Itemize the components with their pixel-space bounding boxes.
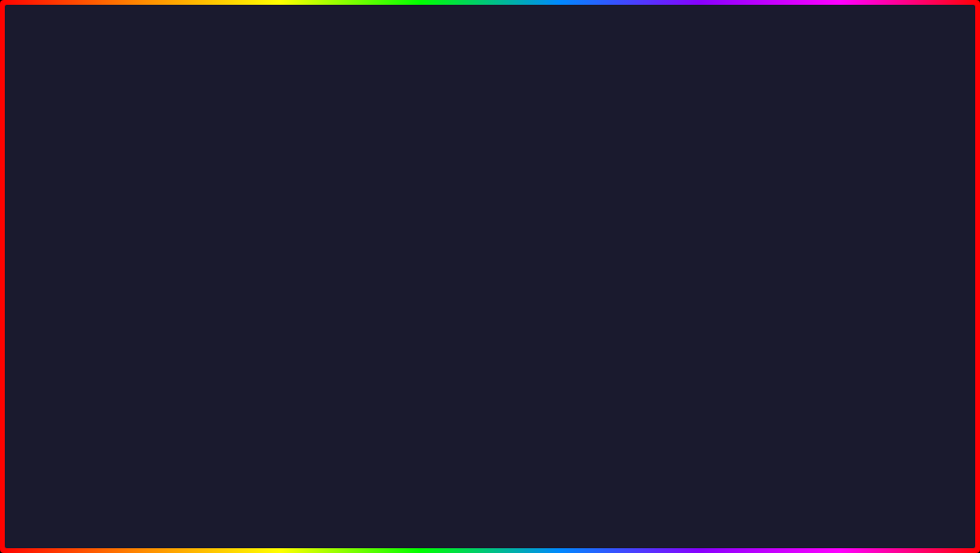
quest-sea-event-label: Quest Sea Event <box>523 281 755 293</box>
quest-sea-event-checkbox[interactable]: ✓ <box>755 280 768 294</box>
card-electric-icon-area <box>40 176 122 274</box>
f-setting-icon: ⚙ <box>418 275 427 285</box>
speed-bar-fill <box>523 341 582 356</box>
hub-front-body: ⚙ Developer ≡ Main ⚙ Setting ◈ Item ✦ <box>409 222 778 421</box>
logo-blox2: X <box>811 468 829 498</box>
front-sidebar-setting[interactable]: ⚙ Setting <box>409 269 514 290</box>
front-sidebar-teleport[interactable]: ✦ Teleport <box>409 311 514 332</box>
svg-point-14 <box>880 229 886 234</box>
svg-point-1 <box>698 115 774 201</box>
card-mutant-name: Mutant Tooth <box>49 446 115 457</box>
script-pastebin-text: SCRIPT PASTEBIN <box>501 486 752 516</box>
f-sky-icon: ☁ <box>418 401 428 411</box>
logo-ox: ⊕ <box>785 468 807 498</box>
sidebar-developer-label: Developer <box>326 176 374 188</box>
android-check: ✓ <box>165 333 186 363</box>
svg-rect-7 <box>77 199 86 205</box>
sidebar-teleport[interactable]: ✦ Teleport <box>303 255 409 276</box>
sidebar-race-v4[interactable]: ◆ Race V4 <box>303 319 409 340</box>
f-race-v4-icon: ◆ <box>418 380 426 390</box>
hub-front-titlebar: Hirimi Hub − ✕ <box>409 196 778 222</box>
mobile-line: MOBILE ✓ <box>32 301 186 332</box>
f-sea-event-icon: 🌊 <box>418 338 430 348</box>
card-mutant-count: x1 <box>113 376 122 386</box>
hub-front-window: Hirimi Hub − ✕ ⚙ Developer ≡ Main ⚙ Sett… <box>407 194 780 423</box>
mobile-label: MOBILE <box>32 301 136 332</box>
electric-blade-icon <box>53 191 110 258</box>
developer-icon: ⚙ <box>313 177 322 188</box>
select-boat-value: PirateGrandBrigade ▲ <box>662 236 768 248</box>
sea-event-text: SEA EVENT <box>227 468 492 520</box>
speed-value: 255 Speed <box>523 357 566 366</box>
hub-front-controls: − ✕ <box>736 203 768 216</box>
card-electric: Material x19 Electric <box>33 158 129 292</box>
card-electric-label: Material <box>40 165 108 176</box>
logo-bottom-right: BL ⊕ X FRUITS <box>745 467 841 529</box>
android-label: ANDROID <box>32 332 157 363</box>
sidebar-set-position[interactable]: ◎ Set Position <box>303 298 409 319</box>
front-sidebar-set-position[interactable]: ◎ Set Position <box>409 353 514 374</box>
svg-point-5 <box>747 143 759 154</box>
zone-chevron[interactable]: ▲ <box>759 259 768 270</box>
quest-sea-event-row: Quest Sea Event ✓ <box>523 276 768 299</box>
sidebar-sky[interactable]: ☁ Sky <box>303 340 409 361</box>
logo-fruits-line: FRUITS <box>745 498 841 529</box>
card-mutant-tooth: Material x1 Mutant Tooth <box>33 368 129 464</box>
change-speed-label2: Change Speed Boat <box>523 379 738 390</box>
hub-front-sidebar: ⚙ Developer ≡ Main ⚙ Setting ◈ Item ✦ <box>409 222 514 421</box>
race-v4-icon: ◆ <box>313 324 321 335</box>
background: BLOX FRUITS Material x19 <box>5 5 975 548</box>
svg-point-4 <box>713 143 724 154</box>
setting-icon: ⚙ <box>313 219 322 230</box>
card-monster-icon-area <box>850 176 942 264</box>
f-setting-label: Setting <box>432 274 464 285</box>
front-sidebar-race-v4[interactable]: ◆ Race V4 <box>409 374 514 395</box>
sidebar-main[interactable]: ≡ Main <box>303 192 409 213</box>
set-speed-label: Set Speed <box>523 326 572 338</box>
boat-chevron[interactable]: ▲ <box>759 237 768 248</box>
main-icon: ≡ <box>313 198 319 209</box>
monster-magnet-icon <box>870 191 923 249</box>
logo-blox-line: BL ⊕ X <box>745 467 841 498</box>
change-speed-row2: Change Speed Boat <box>523 372 768 397</box>
f-teleport-icon: ✦ <box>418 317 426 327</box>
set-position-icon: ◎ <box>313 303 322 314</box>
select-boat-row: Select Boat PirateGrandBrigade ▲ <box>523 232 768 254</box>
leviathan-heart-icon <box>870 325 923 383</box>
front-sidebar-sea-event[interactable]: 🌊 Sea Event <box>409 332 514 353</box>
f-race-v4-label: Race V4 <box>431 379 471 390</box>
mobile-android-text: MOBILE ✓ ANDROID ✓ <box>32 301 186 363</box>
change-speed-toggle[interactable] <box>738 377 768 392</box>
front-sidebar-developer[interactable]: ⚙ Developer <box>409 227 514 248</box>
sky-icon: ☁ <box>313 345 323 356</box>
hub-back-titlebar: Hirimi Hub − ✕ <box>303 141 682 166</box>
f-teleport-label: Teleport <box>431 316 468 327</box>
logo-blox: BL <box>745 468 780 498</box>
hub-front-minimize[interactable]: − <box>736 203 749 216</box>
sea-event-icon: 🌊 <box>313 282 324 293</box>
sidebar-setting[interactable]: ⚙ Setting <box>303 213 409 234</box>
select-boat-label: Select Boat <box>523 236 662 248</box>
hub-back-minimize[interactable]: − <box>640 147 654 161</box>
sidebar-sea-event[interactable]: 🌊 Sea Event <box>303 276 409 298</box>
front-sidebar-item[interactable]: ◈ Item <box>409 290 514 311</box>
hub-back-sidebar: ⚙ Developer ≡ Main ⚙ Setting ◈ Item ✦ <box>303 166 409 365</box>
front-sidebar-main[interactable]: ≡ Main <box>409 248 514 269</box>
sidebar-main-label: Main <box>323 197 346 209</box>
speed-bar[interactable] <box>523 341 629 356</box>
card-mutant-label: Material <box>40 375 113 387</box>
front-sidebar-sky[interactable]: ☁ Sky <box>409 395 514 416</box>
hub-front-close[interactable]: ✕ <box>755 203 768 216</box>
logo-fruits: FRUITS <box>745 498 841 528</box>
sidebar-developer[interactable]: ⚙ Developer <box>303 171 409 192</box>
hub-back-close[interactable]: ✕ <box>659 147 673 161</box>
sidebar-sea-event-label: Sea Event <box>329 281 380 293</box>
svg-point-8 <box>78 221 85 229</box>
sidebar-item[interactable]: ◈ Item <box>303 234 409 255</box>
sidebar-set-position-label: Set Position <box>326 302 383 314</box>
f-sky-label: Sky <box>433 400 450 411</box>
hub-front-content: Select Boat PirateGrandBrigade ▲ Select … <box>514 222 778 421</box>
f-item-label: Item <box>431 295 451 306</box>
hub-front-title: Hirimi Hub <box>418 202 481 216</box>
f-developer-label: Developer <box>432 232 479 243</box>
